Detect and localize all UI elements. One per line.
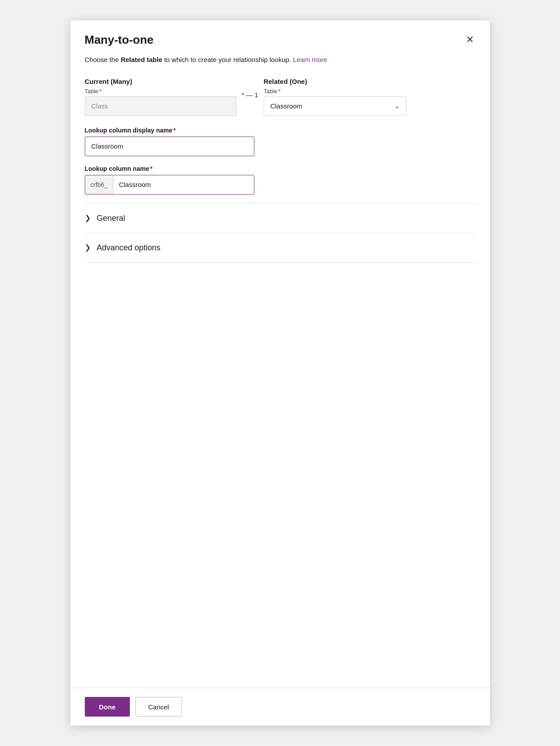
lookup-column-name-label: Lookup column name* xyxy=(85,165,476,172)
related-table-label: Table* xyxy=(264,88,407,95)
learn-more-link[interactable]: Learn more xyxy=(293,56,327,63)
connector-dash: — xyxy=(246,91,253,99)
dialog-title: Many-to-one xyxy=(85,33,154,47)
lookup-column-name-field: Lookup column name* crfb6_ xyxy=(85,165,476,195)
cancel-button[interactable]: Cancel xyxy=(135,697,182,717)
current-section-heading: Current (Many) xyxy=(85,78,236,85)
required-star-column: * xyxy=(150,165,152,172)
required-star-related: * xyxy=(278,88,281,95)
connector-one: 1 xyxy=(254,91,258,99)
advanced-section-title: Advanced options xyxy=(97,243,161,253)
lookup-column-prefix: crfb6_ xyxy=(85,175,114,194)
chevron-right-icon: ❯ xyxy=(85,215,91,222)
lookup-display-name-input[interactable] xyxy=(85,137,254,156)
advanced-section-header[interactable]: ❯ Advanced options xyxy=(85,243,476,253)
lookup-display-name-label: Lookup column display name* xyxy=(85,127,476,134)
subtitle-plain: Choose the xyxy=(85,56,121,63)
current-table-label: Table* xyxy=(85,88,236,95)
close-button[interactable]: ✕ xyxy=(464,33,476,46)
tables-row: Current (Many) Table* Class * — 1 Relate… xyxy=(85,78,476,116)
chevron-down-icon: ⌄ xyxy=(394,102,400,110)
chevron-right-icon-advanced: ❯ xyxy=(85,244,91,251)
subtitle-after: to which to create your relationship loo… xyxy=(162,56,291,63)
general-section-title: General xyxy=(97,214,125,223)
dialog-header: Many-to-one ✕ xyxy=(71,21,490,47)
lookup-column-name-input[interactable] xyxy=(113,175,253,194)
related-table-value: Classroom xyxy=(270,102,303,110)
general-section: ❯ General xyxy=(85,204,476,233)
current-table-section: Current (Many) Table* Class xyxy=(85,78,236,116)
connector-asterisk: * xyxy=(242,91,245,99)
relation-connector: * — 1 xyxy=(242,78,258,99)
done-button[interactable]: Done xyxy=(85,697,130,717)
related-table-section: Related (One) Table* Classroom ⌄ xyxy=(264,78,407,116)
many-to-one-dialog: Many-to-one ✕ Choose the Related table t… xyxy=(71,21,490,725)
related-section-heading: Related (One) xyxy=(264,78,407,85)
subtitle-bold: Related table xyxy=(120,56,162,63)
required-star-display: * xyxy=(173,127,175,134)
advanced-section: ❯ Advanced options xyxy=(85,233,476,263)
dialog-footer: Done Cancel xyxy=(71,688,490,725)
lookup-display-name-field: Lookup column display name* xyxy=(85,127,476,156)
related-table-dropdown[interactable]: Classroom ⌄ xyxy=(264,96,407,116)
lookup-column-name-wrapper: crfb6_ xyxy=(85,175,254,195)
dialog-body: Current (Many) Table* Class * — 1 Relate… xyxy=(71,65,490,688)
dialog-subtitle: Choose the Related table to which to cre… xyxy=(71,47,490,65)
current-table-input: Class xyxy=(85,96,236,116)
general-section-header[interactable]: ❯ General xyxy=(85,214,476,223)
required-star-current: * xyxy=(100,88,102,95)
